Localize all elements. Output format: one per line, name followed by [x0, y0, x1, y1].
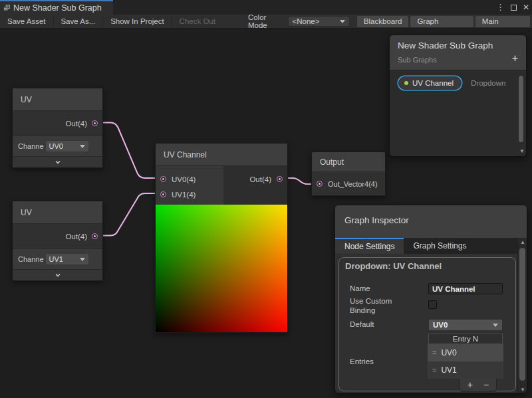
- input-port-icon[interactable]: [160, 191, 166, 197]
- blackboard-panel: New Shader Sub Graph Sub Graphs + UV Cha…: [389, 35, 527, 157]
- channel-label: Channe: [18, 255, 44, 263]
- property-dot-icon: [404, 81, 408, 85]
- tab-node-settings[interactable]: Node Settings: [335, 238, 404, 254]
- entries-list: = UV0 = UV1: [428, 344, 503, 379]
- scroll-down-icon[interactable]: ▼: [520, 387, 525, 393]
- scrollbar-thumb[interactable]: [519, 76, 523, 142]
- input-port-icon[interactable]: [317, 181, 323, 187]
- node-uv-channel[interactable]: UV Channel UV0(4) UV1(4) Out(4): [155, 143, 288, 333]
- blackboard-toggle-button[interactable]: Blackboard: [357, 16, 409, 27]
- channel-dropdown[interactable]: UV1: [45, 253, 89, 265]
- node-title[interactable]: Output: [312, 152, 385, 172]
- channel-label: Channe: [18, 142, 44, 150]
- port-label: UV1(4): [172, 191, 196, 199]
- default-label: Default: [350, 320, 374, 328]
- port-label: Out_Vector4(4): [328, 180, 378, 188]
- remove-entry-button[interactable]: −: [483, 379, 489, 391]
- color-mode-dropdown[interactable]: <None>: [288, 16, 350, 27]
- shader-graph-icon: [3, 5, 10, 11]
- scrollbar-thumb[interactable]: [519, 248, 525, 381]
- entries-header: Entry N: [428, 334, 503, 344]
- blackboard-header: New Shader Sub Graph Sub Graphs +: [390, 35, 526, 70]
- chevron-down-icon: [340, 20, 345, 23]
- tab-strip: New Shader Sub Graph ⋮ ✕: [0, 0, 532, 15]
- default-dropdown[interactable]: UV0: [428, 319, 503, 331]
- graph-canvas[interactable]: UV Out(4) Channe UV0 UV Out(: [0, 29, 532, 398]
- entry-row[interactable]: = UV1: [428, 361, 503, 379]
- add-property-button[interactable]: +: [512, 53, 518, 64]
- edge-uv1[interactable]: [96, 193, 160, 236]
- main-preview-toggle-button[interactable]: Main Preview: [475, 16, 530, 27]
- maximize-icon[interactable]: [511, 5, 517, 11]
- check-out-button: Check Out: [172, 15, 223, 28]
- drag-handle-icon[interactable]: =: [432, 349, 436, 357]
- node-collapse-button[interactable]: [13, 156, 102, 167]
- window-menu-icon[interactable]: ⋮: [496, 0, 505, 15]
- edge-uv0[interactable]: [96, 123, 160, 179]
- add-entry-button[interactable]: +: [467, 379, 473, 391]
- inspector-tabs: Node Settings Graph Settings: [335, 238, 527, 254]
- node-title[interactable]: UV Channel: [156, 144, 287, 166]
- property-name: UV Channel: [412, 79, 454, 87]
- inspector-header: Graph Inspector: [335, 205, 527, 238]
- color-mode-value: <None>: [293, 17, 320, 25]
- channel-value: UV1: [49, 255, 63, 263]
- property-type-label: Dropdown: [471, 79, 505, 87]
- channel-value: UV0: [49, 142, 63, 150]
- tab-new-shader-sub-graph[interactable]: New Shader Sub Graph: [0, 0, 113, 15]
- node-preview-gradient: [156, 205, 287, 332]
- default-value: UV0: [433, 321, 448, 329]
- entries-label: Entries: [350, 357, 374, 365]
- entry-row[interactable]: = UV0: [428, 344, 503, 361]
- chevron-down-icon: [80, 258, 85, 261]
- entry-value: UV1: [441, 365, 456, 375]
- entries-footer: + −: [460, 379, 497, 391]
- tab-graph-settings[interactable]: Graph Settings: [404, 238, 475, 254]
- scroll-up-icon[interactable]: ▲: [520, 239, 525, 245]
- node-uv-2[interactable]: UV Out(4) Channe UV1: [12, 201, 103, 281]
- save-as-button[interactable]: Save As...: [53, 15, 102, 28]
- entry-value: UV0: [441, 348, 456, 357]
- graph-toolbar: Save Asset Save As... Show In Project Ch…: [0, 15, 532, 29]
- scroll-down-icon[interactable]: ▼: [519, 148, 525, 154]
- property-pill[interactable]: UV Channel: [398, 76, 462, 90]
- inspector-scrollbar[interactable]: ▲ ▼: [517, 238, 527, 393]
- output-port-icon[interactable]: [92, 233, 98, 239]
- close-icon[interactable]: ✕: [523, 0, 529, 15]
- inspector-title: Graph Inspector: [344, 215, 409, 225]
- channel-dropdown[interactable]: UV0: [45, 140, 89, 152]
- name-input[interactable]: UV Channel: [428, 283, 503, 294]
- chevron-down-icon: [55, 272, 61, 278]
- show-in-project-button[interactable]: Show In Project: [103, 15, 172, 28]
- port-label: UV0(4): [172, 175, 196, 183]
- tab-title: New Shader Sub Graph: [13, 3, 102, 13]
- input-port-icon[interactable]: [160, 176, 166, 182]
- color-mode-label: Color Mode: [244, 13, 288, 29]
- chevron-down-icon: [80, 145, 85, 148]
- port-label: Out(4): [65, 233, 87, 241]
- node-title[interactable]: UV: [13, 201, 102, 224]
- drag-handle-icon[interactable]: =: [432, 366, 436, 374]
- use-custom-binding-label: Use Custom Binding: [350, 296, 404, 315]
- chevron-down-icon: [55, 159, 61, 165]
- blackboard-item-uv-channel[interactable]: UV Channel Dropdown: [398, 76, 505, 90]
- section-title: Dropdown: UV Channel: [345, 261, 442, 271]
- output-port-icon[interactable]: [277, 176, 283, 182]
- unity-shader-graph-window: New Shader Sub Graph ⋮ ✕ Save Asset Save…: [0, 0, 532, 398]
- use-custom-binding-checkbox[interactable]: [428, 300, 437, 309]
- blackboard-title: New Shader Sub Graph: [398, 41, 493, 50]
- window-controls: ⋮ ✕: [496, 0, 529, 15]
- node-uv-1[interactable]: UV Out(4) Channe UV0: [12, 88, 103, 168]
- port-label: Out(4): [249, 175, 271, 183]
- node-output[interactable]: Output Out_Vector4(4): [311, 151, 386, 196]
- chevron-down-icon: [493, 324, 498, 327]
- node-collapse-button[interactable]: [13, 269, 102, 280]
- output-port-icon[interactable]: [92, 120, 98, 126]
- blackboard-subtitle: Sub Graphs: [398, 56, 437, 64]
- node-title[interactable]: UV: [13, 88, 102, 111]
- graph-inspector-toggle-button[interactable]: Graph Inspector: [410, 16, 473, 27]
- name-label: Name: [350, 284, 370, 292]
- port-label: Out(4): [65, 120, 87, 128]
- graph-inspector-panel: Graph Inspector Node Settings Graph Sett…: [334, 205, 527, 393]
- save-asset-button[interactable]: Save Asset: [0, 15, 53, 28]
